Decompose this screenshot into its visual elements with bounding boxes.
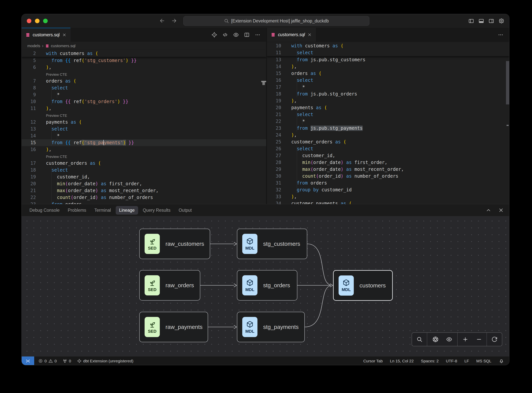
lineage-refresh-button[interactable] (491, 336, 497, 342)
command-center-search[interactable]: [Extension Development Host] jaffle_shop… (183, 16, 369, 26)
code-line-12[interactable]: 12payments as ( (22, 119, 266, 126)
close-tab-icon[interactable] (307, 33, 312, 37)
zoom-window-button[interactable] (43, 19, 48, 23)
tab-customers-sql[interactable]: customers.sql (22, 28, 71, 42)
status-ports[interactable]: 0 (63, 359, 71, 363)
nav-arrow-right-icon[interactable] (171, 18, 177, 24)
action-ellipsis-icon[interactable] (255, 32, 260, 38)
layout-sidebar-left-icon[interactable] (468, 18, 474, 24)
code-lens-link[interactable]: Preview CTE (46, 73, 67, 76)
close-window-button[interactable] (27, 19, 31, 23)
code-lens-link[interactable]: Preview CTE (46, 155, 67, 159)
lineage-node-raw_payments[interactable]: SEDraw_payments (139, 312, 208, 342)
code-line-15[interactable]: 15 from {{ ref('stg_payments') }} (22, 139, 266, 146)
code-line-28[interactable]: 28 min(order_date) as first_order, (267, 159, 509, 166)
code-line-27[interactable]: 27 customer_id, (267, 152, 509, 159)
code-line-34[interactable]: 34customer_payments as ( (267, 200, 509, 204)
status-utf-8[interactable]: UTF-8 (446, 359, 457, 363)
code-line-22[interactable]: 22 * (267, 118, 509, 125)
code-line-14[interactable]: 14), (267, 63, 509, 70)
code-lens-line[interactable]: Preview CTE (22, 71, 266, 78)
code-line-13[interactable]: 13 from js.pub.stg_customers (267, 56, 509, 63)
breadcrumb-folder[interactable]: models (27, 44, 40, 48)
action-split-editor-icon[interactable] (244, 32, 250, 38)
code-line-23[interactable]: 23 from orders (22, 201, 266, 204)
code-lens-link[interactable]: Preview CTE (46, 113, 67, 118)
tab-customers-sql-compiled[interactable]: customers.sql (267, 28, 316, 42)
layout-sidebar-right-icon[interactable] (489, 18, 494, 24)
lineage-eye-button[interactable] (446, 336, 452, 342)
lineage-canvas[interactable]: SEDraw_customersMDLstg_customersSEDraw_o… (22, 216, 509, 356)
remote-indicator[interactable] (22, 356, 34, 365)
code-editor-left[interactable]: 5 from {{ ref('stg_customers') }}6),Prev… (22, 57, 266, 204)
code-line-21[interactable]: 21 select (267, 111, 509, 118)
status-ms-sql[interactable]: MS SQL (476, 359, 491, 363)
lineage-search-button[interactable] (417, 336, 422, 342)
action-code-icon[interactable] (222, 32, 228, 38)
panel-tab-output[interactable]: Output (175, 206, 195, 215)
code-line-17[interactable]: 17customer_orders as ( (22, 160, 266, 167)
code-line-18[interactable]: 18 select (22, 167, 266, 173)
code-line-20[interactable]: 20payments as ( (267, 104, 509, 111)
lineage-node-stg_customers[interactable]: MDLstg_customers (237, 229, 307, 259)
code-line-24[interactable]: 24), (267, 132, 509, 138)
code-line-30[interactable]: 30 count(order_id) as number_of_orders (267, 173, 509, 180)
action-ellipsis-icon[interactable] (498, 32, 503, 38)
action-dbt-icon[interactable] (211, 32, 217, 38)
close-tab-icon[interactable] (62, 33, 67, 37)
action-eye-icon[interactable] (233, 32, 239, 38)
status-problems[interactable]: 00 (38, 359, 57, 363)
code-line-5[interactable]: 5 from {{ ref('stg_customers') }} (22, 57, 266, 64)
status-lf[interactable]: LF (464, 359, 469, 363)
code-line-6[interactable]: 6), (22, 64, 266, 71)
code-line-16[interactable]: 16 select (267, 77, 509, 84)
lineage-plus-button[interactable] (462, 336, 468, 342)
code-line-23[interactable]: 23 from js.pub.stg_payments (267, 125, 509, 132)
lineage-node-raw_orders[interactable]: SEDraw_orders (139, 270, 200, 300)
code-line-13[interactable]: 13 select (22, 126, 266, 133)
panel-close-icon[interactable] (498, 207, 504, 213)
code-line-25[interactable]: 25customer_orders as ( (267, 138, 509, 145)
code-line-19[interactable]: 19), (267, 97, 509, 104)
code-line-2[interactable]: 2with customers as ( (22, 50, 266, 57)
code-line-15[interactable]: 15orders as ( (267, 70, 509, 77)
scrollbar-thumb[interactable] (506, 61, 509, 104)
lineage-node-stg_payments[interactable]: MDLstg_payments (237, 312, 305, 342)
lineage-minus-button[interactable] (476, 336, 482, 342)
code-line-20[interactable]: 20 min(order_date) as first_order, (22, 180, 266, 187)
code-line-9[interactable]: 9 * (22, 91, 266, 98)
status-spaces-2[interactable]: Spaces: 2 (421, 359, 439, 363)
lineage-node-customers[interactable]: MDLcustomers (333, 270, 393, 301)
panel-tab-debug-console[interactable]: Debug Console (26, 206, 63, 215)
code-line-29[interactable]: 29 max(order_date) as most_recent_order, (267, 166, 509, 173)
code-lens-line[interactable]: Preview CTE (22, 153, 266, 160)
code-line-22[interactable]: 22 count(order_id) as number_of_orders (22, 194, 266, 201)
code-line-26[interactable]: 26 select (267, 145, 509, 152)
layout-panel-bottom-icon[interactable] (479, 18, 484, 24)
breadcrumb-file[interactable]: customers.sql (51, 44, 76, 48)
status-dbt-extension[interactable]: dbt Extension (unregistered) (77, 359, 133, 363)
code-line-10[interactable]: 10 from {{ ref('stg_orders') }} (22, 98, 266, 105)
code-editor-right[interactable]: 13 from js.pub.stg_customers14),15orders… (267, 56, 509, 204)
minimize-window-button[interactable] (35, 19, 39, 23)
code-line-33[interactable]: 33), (267, 193, 509, 200)
nav-arrow-left-icon[interactable] (159, 18, 165, 24)
panel-tab-lineage[interactable]: Lineage (116, 206, 138, 215)
code-line-8[interactable]: 8 select (22, 84, 266, 91)
code-line-11[interactable]: 11 select (267, 49, 509, 56)
code-line-14[interactable]: 14 * (22, 133, 266, 139)
lineage-aperture-button[interactable] (432, 336, 439, 342)
lineage-node-raw_customers[interactable]: SEDraw_customers (139, 229, 210, 259)
code-lens-line[interactable]: Preview CTE (22, 112, 266, 119)
panel-tab-problems[interactable]: Problems (64, 206, 90, 215)
notifications-bell-icon[interactable] (498, 358, 504, 364)
close-tab-icon[interactable] (62, 33, 67, 37)
code-line-32[interactable]: 32 group by customer_id (267, 187, 509, 193)
status-ln-15-col-22[interactable]: Ln 15, Col 22 (390, 359, 414, 363)
panel-tab-terminal[interactable]: Terminal (91, 206, 114, 215)
gear-icon[interactable] (498, 18, 504, 24)
code-line-7[interactable]: 7orders as ( (22, 78, 266, 84)
code-line-11[interactable]: 11), (22, 105, 266, 112)
code-line-16[interactable]: 16), (22, 146, 266, 153)
code-line-19[interactable]: 19 customer_id, (22, 173, 266, 180)
